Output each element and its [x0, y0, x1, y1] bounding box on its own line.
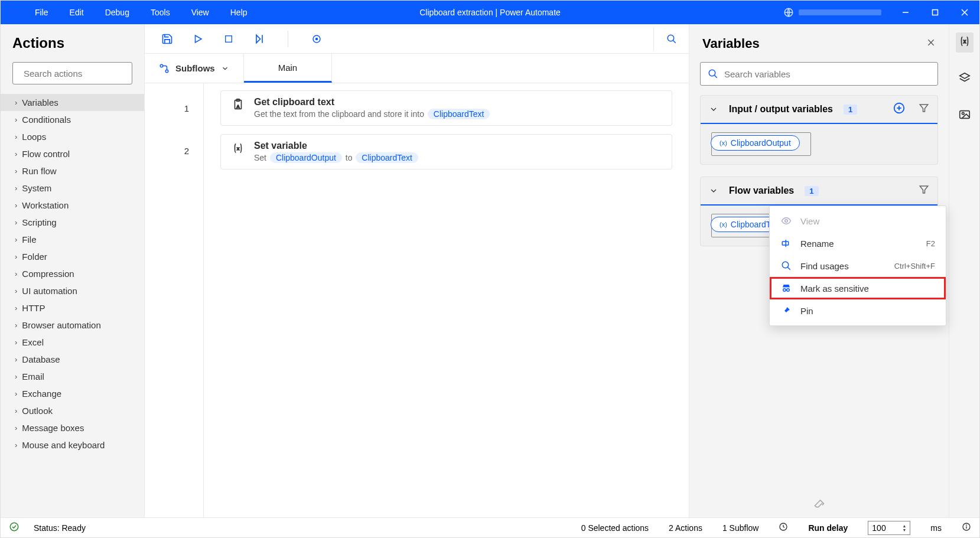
- shortcut: Ctrl+Shift+F: [894, 262, 935, 270]
- svg-point-38: [783, 289, 786, 292]
- actions-item-file[interactable]: ›File: [1, 231, 144, 248]
- step-number: 2: [145, 136, 203, 179]
- step-set-variable[interactable]: x Set variable Set ClipboardOutput to Cl…: [220, 134, 672, 169]
- rail-variables-button[interactable]: x: [956, 32, 974, 53]
- svg-point-23: [709, 70, 715, 76]
- actions-item-mouse-keyboard[interactable]: ›Mouse and keyboard: [1, 436, 144, 454]
- maximize-button[interactable]: [920, 1, 950, 24]
- actions-item-flow-control[interactable]: ›Flow control: [1, 145, 144, 162]
- svg-point-12: [315, 37, 318, 40]
- actions-item-outlook[interactable]: ›Outlook: [1, 402, 144, 419]
- chevron-right-icon: ›: [15, 286, 17, 295]
- close-button[interactable]: [950, 1, 979, 24]
- menu-view[interactable]: View: [181, 2, 220, 23]
- layers-icon: [958, 71, 971, 84]
- status-bar: Status: Ready 0 Selected actions 2 Actio…: [1, 517, 979, 537]
- actions-item-database[interactable]: ›Database: [1, 351, 144, 368]
- svg-text:x: x: [237, 146, 239, 151]
- subflows-dropdown[interactable]: Subflows: [145, 54, 244, 83]
- actions-item-folder[interactable]: ›Folder: [1, 248, 144, 265]
- step-gutter: 1 2: [145, 83, 204, 517]
- step-button[interactable]: [252, 32, 266, 46]
- io-variables-header[interactable]: Input / output variables 1: [701, 96, 937, 124]
- save-button[interactable]: [160, 32, 174, 46]
- actions-item-compression[interactable]: ›Compression: [1, 265, 144, 282]
- run-button[interactable]: [191, 32, 205, 46]
- chevron-right-icon: ›: [15, 132, 17, 141]
- chevron-right-icon: ›: [15, 406, 17, 415]
- actions-list[interactable]: ›Variables ›Conditionals ›Loops ›Flow co…: [1, 90, 144, 517]
- actions-item-system[interactable]: ›System: [1, 180, 144, 197]
- run-delay-input[interactable]: ▲ ▼: [868, 521, 910, 535]
- actions-panel: Actions ›Variables ›Conditionals ›Loops …: [1, 24, 145, 517]
- environment-indicator[interactable]: [774, 7, 891, 18]
- step-get-clipboard[interactable]: A Get clipboard text Get the text from t…: [220, 90, 672, 126]
- flow-icon: [159, 63, 170, 74]
- actions-item-variables[interactable]: ›Variables: [1, 94, 144, 111]
- stop-button[interactable]: [222, 32, 236, 46]
- actions-item-scripting[interactable]: ›Scripting: [1, 214, 144, 231]
- chevron-right-icon: ›: [15, 423, 17, 432]
- flow-variables-header[interactable]: Flow variables 1: [701, 177, 937, 206]
- actions-item-workstation[interactable]: ›Workstation: [1, 197, 144, 214]
- add-variable-button[interactable]: [893, 102, 906, 117]
- status-text: Status: Ready: [34, 523, 86, 533]
- actions-item-browser-automation[interactable]: ›Browser automation: [1, 317, 144, 334]
- tab-main[interactable]: Main: [244, 54, 333, 83]
- actions-search[interactable]: [12, 62, 132, 84]
- menu-file[interactable]: File: [24, 2, 59, 23]
- info-icon[interactable]: [962, 522, 971, 533]
- variable-icon: x: [958, 35, 971, 48]
- rail-images-button[interactable]: [956, 106, 974, 126]
- svg-point-36: [782, 262, 789, 268]
- chevron-right-icon: ›: [15, 441, 17, 449]
- filter-button[interactable]: [919, 103, 929, 116]
- rail-ui-elements-button[interactable]: [956, 69, 974, 89]
- search-icon: [708, 69, 718, 79]
- svg-point-13: [668, 35, 674, 41]
- record-button[interactable]: [310, 32, 324, 46]
- svg-rect-43: [959, 111, 969, 119]
- actions-item-ui-automation[interactable]: ›UI automation: [1, 282, 144, 299]
- variable-type-icon: (x): [719, 139, 727, 146]
- actions-item-http[interactable]: ›HTTP: [1, 299, 144, 317]
- actions-item-email[interactable]: ›Email: [1, 368, 144, 385]
- run-delay-unit: ms: [930, 523, 942, 533]
- actions-item-run-flow[interactable]: ›Run flow: [1, 162, 144, 180]
- menu-tools[interactable]: Tools: [140, 2, 181, 23]
- variable-context-menu: View Rename F2 Find usages Ctrl+Shift+F: [769, 206, 946, 326]
- subflows-label: Subflows: [175, 63, 215, 73]
- menu-pin[interactable]: Pin: [770, 299, 946, 322]
- actions-item-conditionals[interactable]: ›Conditionals: [1, 111, 144, 128]
- variables-panel: Variables Input / output variables 1: [689, 24, 949, 517]
- variable-pill[interactable]: (x) ClipboardOutput: [711, 135, 800, 151]
- menu-view[interactable]: View: [770, 210, 946, 232]
- minimize-button[interactable]: [891, 1, 920, 24]
- flow-variables-count: 1: [805, 186, 818, 196]
- menu-help[interactable]: Help: [220, 2, 258, 23]
- menu-debug[interactable]: Debug: [95, 2, 140, 23]
- menu-edit[interactable]: Edit: [59, 2, 95, 23]
- io-variables-title: Input / output variables: [729, 104, 833, 115]
- actions-item-loops[interactable]: ›Loops: [1, 128, 144, 145]
- menu-find-usages[interactable]: Find usages Ctrl+Shift+F: [770, 255, 946, 277]
- svg-line-37: [787, 267, 790, 270]
- actions-item-exchange[interactable]: ›Exchange: [1, 385, 144, 402]
- variables-search-input[interactable]: [724, 69, 930, 79]
- run-delay-field[interactable]: [872, 523, 896, 533]
- filter-button[interactable]: [919, 184, 929, 197]
- chevron-right-icon: ›: [15, 167, 17, 175]
- eraser-icon[interactable]: [813, 497, 825, 511]
- variables-search[interactable]: [700, 62, 938, 86]
- toolbar-search-button[interactable]: [653, 27, 689, 51]
- actions-item-message-boxes[interactable]: ›Message boxes: [1, 419, 144, 436]
- actions-search-input[interactable]: [24, 69, 136, 79]
- spin-down[interactable]: ▼: [902, 528, 906, 532]
- spin-up[interactable]: ▲: [902, 524, 906, 528]
- close-panel-button[interactable]: [926, 38, 936, 50]
- chevron-right-icon: ›: [15, 304, 17, 312]
- menu-mark-sensitive[interactable]: Mark as sensitive: [770, 277, 946, 299]
- actions-item-excel[interactable]: ›Excel: [1, 334, 144, 351]
- svg-point-49: [966, 525, 967, 526]
- menu-rename[interactable]: Rename F2: [770, 232, 946, 255]
